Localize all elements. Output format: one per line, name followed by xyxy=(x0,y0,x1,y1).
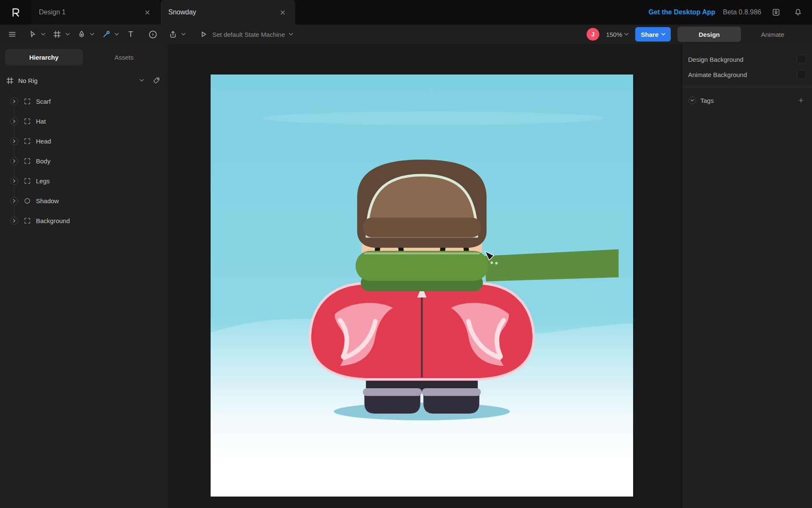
artboard[interactable] xyxy=(211,75,633,497)
tree-item-label: Legs xyxy=(36,177,50,185)
design-background-label: Design Background xyxy=(688,56,743,63)
design-background-row[interactable]: Design Background xyxy=(682,52,812,67)
beta-version-label: Beta 0.8.986 xyxy=(723,8,761,16)
add-tag-button[interactable] xyxy=(796,95,806,105)
tag-icon[interactable] xyxy=(152,77,160,85)
get-desktop-app-link[interactable]: Get the Desktop App xyxy=(649,8,716,16)
pen-tool-dropdown[interactable] xyxy=(89,31,96,37)
tags-label: Tags xyxy=(700,97,714,104)
text-tool-icon: T xyxy=(128,30,133,39)
notifications-button[interactable] xyxy=(791,5,805,19)
chevron-down-icon xyxy=(90,33,94,36)
scarf-wrap xyxy=(356,251,488,281)
left-sidebar: Hierarchy Assets No Rig xyxy=(0,44,168,508)
changelog-button[interactable] xyxy=(769,5,783,19)
state-machine-dropdown[interactable] xyxy=(288,31,294,37)
divider xyxy=(682,87,812,88)
tab-hierarchy[interactable]: Hierarchy xyxy=(5,49,83,65)
select-tool-button[interactable] xyxy=(25,27,40,41)
tab-label: Snowday xyxy=(168,8,196,16)
share-export-icon xyxy=(169,30,177,39)
file-tab-design1[interactable]: Design 1 xyxy=(31,0,160,25)
tree-item-hat[interactable]: Hat xyxy=(0,111,168,131)
artboard-frame-icon xyxy=(53,30,61,39)
artboard-frame-icon xyxy=(6,77,14,85)
share-button[interactable]: Share xyxy=(635,27,671,41)
marker-tool-icon xyxy=(102,30,110,39)
rive-logo[interactable] xyxy=(0,0,31,25)
tree-item-label: Shadow xyxy=(36,197,59,204)
canvas-stage[interactable]: No Rig xyxy=(168,44,682,508)
tree-item-scarf[interactable]: Scarf xyxy=(0,91,168,111)
rig-selector[interactable]: No Rig xyxy=(6,72,160,89)
export-dropdown[interactable] xyxy=(180,31,187,37)
file-tab-snowday[interactable]: Snowday xyxy=(161,0,295,25)
artboard-tool-dropdown[interactable] xyxy=(64,31,71,37)
group-icon xyxy=(23,157,31,165)
text-tool-button[interactable]: T xyxy=(123,27,138,41)
hierarchy-tree: Scarf Hat xyxy=(0,91,168,231)
tree-item-label: Head xyxy=(36,138,51,145)
chevron-down-icon xyxy=(661,33,665,36)
toolbar: T xyxy=(0,25,812,44)
character-jacket[interactable] xyxy=(310,281,534,379)
right-inspector: Design Background Animate Background Tag… xyxy=(682,44,812,508)
close-icon[interactable] xyxy=(277,7,288,17)
plus-icon xyxy=(798,97,804,103)
export-button[interactable] xyxy=(166,27,180,41)
tree-item-shadow[interactable]: Shadow xyxy=(0,191,168,211)
toolbar-right-cluster: J 150% Share Design Animate xyxy=(587,27,807,42)
design-background-swatch[interactable] xyxy=(797,55,806,64)
group-icon xyxy=(23,137,31,145)
expand-chevron-icon[interactable] xyxy=(10,97,19,106)
select-tool-dropdown[interactable] xyxy=(40,31,47,37)
chevron-down-icon xyxy=(181,33,186,36)
state-machine-label[interactable]: Set default State Machine xyxy=(212,31,285,38)
play-state-machine-button[interactable] xyxy=(196,27,211,41)
expand-chevron-icon[interactable] xyxy=(10,196,19,205)
ellipse-icon xyxy=(23,197,31,205)
events-tool-button[interactable] xyxy=(145,27,160,41)
tab-assets[interactable]: Assets xyxy=(85,49,163,65)
character-hat[interactable] xyxy=(357,160,486,248)
avatar[interactable]: J xyxy=(587,28,599,41)
tab-bar: Design 1 Snowday Get the Desktop App Bet… xyxy=(0,0,812,25)
tree-item-background[interactable]: Background xyxy=(0,211,168,231)
changelog-icon xyxy=(772,8,780,17)
artboard-tool-button[interactable] xyxy=(50,27,64,41)
chevron-down-icon xyxy=(115,33,119,36)
chevron-down-icon xyxy=(624,33,628,36)
shape-tool-button-active[interactable] xyxy=(99,27,113,41)
tags-row[interactable]: Tags xyxy=(682,93,812,108)
collapse-chevron-icon[interactable] xyxy=(688,96,697,105)
tree-item-label: Scarf xyxy=(36,98,51,105)
chevron-down-icon[interactable] xyxy=(140,79,144,82)
zoom-control[interactable]: 150% xyxy=(606,31,628,38)
animate-background-swatch[interactable] xyxy=(797,70,806,79)
expand-chevron-icon[interactable] xyxy=(10,137,19,146)
shape-tool-dropdown[interactable] xyxy=(113,31,120,37)
animate-background-row[interactable]: Animate Background xyxy=(682,67,812,82)
expand-chevron-icon[interactable] xyxy=(10,216,19,225)
tree-item-body[interactable]: Body xyxy=(0,151,168,171)
main-area: Hierarchy Assets No Rig xyxy=(0,44,812,508)
play-icon xyxy=(199,30,208,39)
rive-logo-icon xyxy=(10,7,21,18)
tree-item-label: Background xyxy=(36,217,70,224)
mode-design-button[interactable]: Design xyxy=(678,27,741,42)
main-menu-button[interactable] xyxy=(5,27,19,41)
character-shadow[interactable] xyxy=(334,403,510,420)
expand-chevron-icon[interactable] xyxy=(10,177,19,185)
tree-item-head[interactable]: Head xyxy=(0,131,168,151)
pen-tool-icon xyxy=(77,30,86,39)
expand-chevron-icon[interactable] xyxy=(10,157,19,166)
tree-item-legs[interactable]: Legs xyxy=(0,171,168,191)
chevron-down-icon xyxy=(41,33,45,36)
close-icon[interactable] xyxy=(142,7,152,17)
mode-animate-button[interactable]: Animate xyxy=(741,27,804,42)
group-icon xyxy=(23,177,31,185)
expand-chevron-icon[interactable] xyxy=(10,117,19,126)
mode-switcher: Design Animate xyxy=(678,27,804,42)
pen-tool-button[interactable] xyxy=(74,27,89,41)
hamburger-icon xyxy=(8,30,16,39)
